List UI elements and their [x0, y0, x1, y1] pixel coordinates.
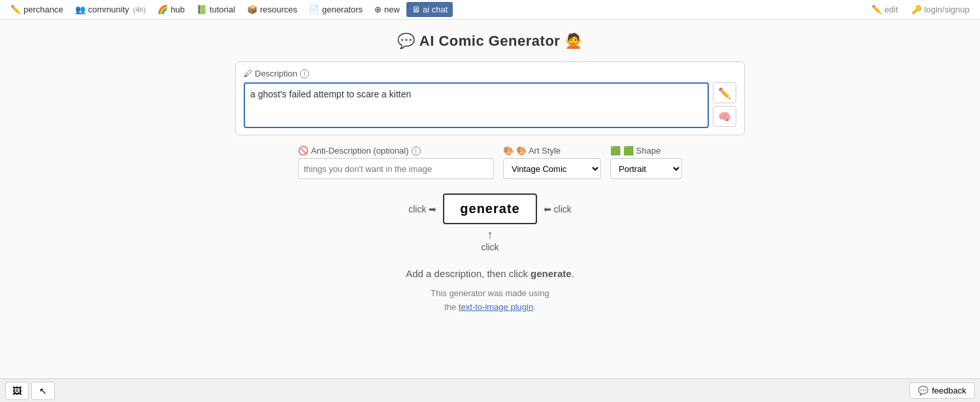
nav-edit-label: edit	[885, 5, 898, 14]
nav-resources-label: resources	[260, 5, 297, 14]
edit-side-icon: ✏️	[718, 87, 731, 99]
plugin-link[interactable]: text-to-image plugin	[459, 302, 533, 312]
nav-tutorial-label: tutorial	[210, 5, 235, 14]
art-style-label: 🎨 🎨 Art Style	[503, 146, 601, 156]
generator-credit: This generator was made using the text-t…	[431, 287, 549, 314]
main-content: 💬 AI Comic Generator 🙅 🖊 Description i a…	[0, 20, 980, 402]
click-below-label: click	[481, 242, 498, 252]
shape-select[interactable]: Portrait Landscape Square	[610, 158, 682, 179]
nav-new[interactable]: ⊕ new	[369, 2, 405, 17]
description-section: 🖊 Description i a ghost's failed attempt…	[235, 61, 745, 135]
description-label-text: Description	[255, 69, 297, 78]
nav-edit[interactable]: ✏️ edit	[866, 2, 904, 17]
key-icon: 🔑	[911, 5, 922, 14]
nav-login[interactable]: 🔑 login/signup	[906, 2, 975, 17]
image-icon: 🖼	[12, 386, 22, 396]
nav-right: ✏️ edit 🔑 login/signup	[866, 2, 975, 17]
anti-description-info-icon[interactable]: i	[412, 146, 421, 156]
anti-description-input[interactable]	[298, 158, 494, 179]
nav-resources[interactable]: 📦 resources	[242, 2, 302, 17]
shape-label-text: 🟩 Shape	[623, 146, 661, 156]
edit-side-button[interactable]: ✏️	[713, 82, 736, 103]
cursor-icon: ↖	[39, 386, 47, 396]
nav-ai-chat-label: ai chat	[423, 5, 448, 14]
nav-perchance[interactable]: ✏️ perchance	[5, 2, 69, 17]
resources-icon: 📦	[247, 5, 257, 14]
side-buttons: ✏️ 🧠	[713, 82, 736, 127]
description-label: 🖊 Description i	[244, 69, 736, 78]
no-sign-icon: 🚫	[298, 146, 308, 156]
community-icon: 👥	[75, 5, 86, 14]
nav-generators[interactable]: 📄 generators	[304, 2, 368, 17]
options-row: 🚫 Anti-Description (optional) i 🎨 🎨 Art …	[298, 146, 682, 179]
nav-new-label: new	[384, 5, 400, 14]
info-text: Add a description, then click generate.	[406, 268, 574, 279]
description-input-row: a ghost's failed attempt to scare a kitt…	[244, 82, 736, 128]
nav-ai-chat[interactable]: 🖥 ai chat	[406, 2, 453, 17]
generators-icon: 📄	[309, 5, 319, 14]
ai-chat-icon: 🖥	[412, 5, 420, 14]
brain-icon: 🧠	[718, 110, 731, 123]
nav-perchance-label: perchance	[24, 5, 63, 14]
anti-description-label-text: Anti-Description (optional)	[311, 146, 409, 156]
navbar: ✏️ perchance 👥 community (4h) 🌈 hub 📗 tu…	[0, 0, 980, 20]
anti-description-label: 🚫 Anti-Description (optional) i	[298, 146, 494, 156]
nav-hub-label: hub	[171, 5, 185, 14]
description-textarea[interactable]: a ghost's failed attempt to scare a kitt…	[244, 82, 709, 128]
community-badge: (4h)	[133, 6, 146, 14]
generate-bold: generate	[531, 268, 572, 279]
hub-icon: 🌈	[157, 5, 168, 14]
arrow-up-icon: ↑	[487, 228, 493, 242]
tutorial-icon: 📗	[197, 5, 207, 14]
shape-label: 🟩 🟩 Shape	[610, 146, 682, 156]
art-style-group: 🎨 🎨 Art Style Vintage Comic Manga Waterc…	[503, 146, 601, 179]
generate-area: click ➡ generate ⬅ click ↑ click	[408, 193, 572, 252]
new-icon: ⊕	[374, 5, 382, 14]
credit-line1: This generator was made using	[431, 288, 549, 298]
credit-period: .	[533, 302, 536, 312]
shape-icon: 🟩	[610, 146, 621, 156]
click-right-label: ⬅ click	[544, 204, 572, 214]
generate-row: click ➡ generate ⬅ click	[408, 193, 572, 224]
palette-icon: 🎨	[503, 146, 514, 156]
click-left-label: click ➡	[408, 204, 436, 214]
art-style-select[interactable]: Vintage Comic Manga Watercolor Oil Paint…	[503, 158, 601, 179]
nav-community-label: community	[88, 5, 129, 14]
brain-side-button[interactable]: 🧠	[713, 106, 736, 127]
nav-generators-label: generators	[322, 5, 363, 14]
click-below-area: ↑ click	[481, 228, 498, 252]
bottom-cursor-button[interactable]: ↖	[31, 382, 55, 400]
pencil-icon: 🖊	[244, 69, 252, 78]
shape-group: 🟩 🟩 Shape Portrait Landscape Square	[610, 146, 682, 179]
generate-button[interactable]: generate	[443, 193, 536, 224]
bottom-bar: 🖼 ↖ 💬 feedback	[0, 378, 980, 402]
bottom-image-button[interactable]: 🖼	[5, 382, 29, 400]
feedback-label: feedback	[932, 386, 966, 395]
feedback-button[interactable]: 💬 feedback	[909, 382, 975, 399]
nav-community[interactable]: 👥 community (4h)	[70, 2, 151, 17]
nav-login-label: login/signup	[924, 5, 970, 14]
feedback-chat-icon: 💬	[918, 386, 928, 395]
perchance-icon: ✏️	[10, 5, 21, 14]
description-info-icon[interactable]: i	[300, 69, 309, 78]
nav-tutorial[interactable]: 📗 tutorial	[191, 2, 240, 17]
anti-description-group: 🚫 Anti-Description (optional) i	[298, 146, 494, 179]
nav-hub[interactable]: 🌈 hub	[152, 2, 190, 17]
page-title: 💬 AI Comic Generator 🙅	[397, 33, 582, 50]
edit-icon: ✏️	[872, 5, 882, 14]
credit-line2-prefix: the	[444, 302, 459, 312]
art-style-label-text: 🎨 Art Style	[516, 146, 561, 156]
